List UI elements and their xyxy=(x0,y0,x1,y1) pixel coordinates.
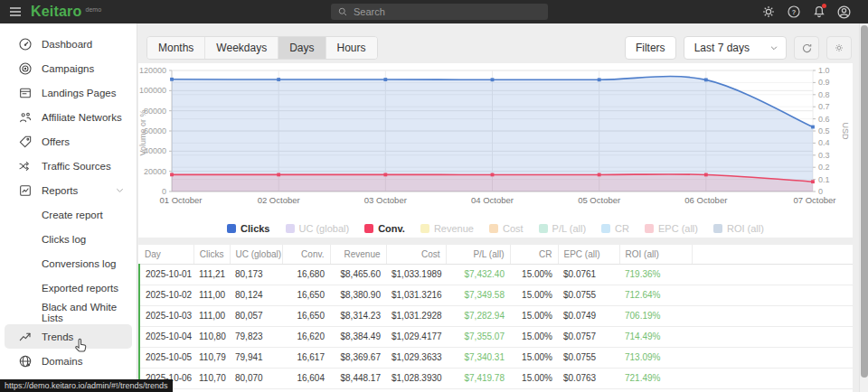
legend-item-uc-global-[interactable]: UC (global) xyxy=(286,223,350,234)
legend-item-epc-all-[interactable]: EPC (all) xyxy=(645,223,698,234)
column-header-roi-all-[interactable]: ROI (all) xyxy=(619,245,692,264)
table-cell: 2025-10-03 xyxy=(139,305,193,326)
tab-hours[interactable]: Hours xyxy=(326,37,377,59)
table-cell: 719.36% xyxy=(619,264,692,285)
chart-legend: ClicksUC (global)Conv.RevenueCostP/L (al… xyxy=(138,223,853,234)
legend-label: ROI (all) xyxy=(727,223,764,234)
legend-item-p-l-all-[interactable]: P/L (all) xyxy=(539,223,587,234)
notifications-bell-icon[interactable] xyxy=(811,5,826,20)
toolbar: MonthsWeekdaysDaysHours Filters Last 7 d… xyxy=(146,36,852,60)
sidebar-item-campaigns[interactable]: Campaigns xyxy=(5,56,132,80)
column-header-cr[interactable]: CR xyxy=(510,245,558,264)
legend-item-clicks[interactable]: Clicks xyxy=(227,223,269,234)
menu-icon[interactable] xyxy=(4,0,27,23)
legend-item-cost[interactable]: Cost xyxy=(489,223,524,234)
table-cell: 64,10 xyxy=(193,388,230,392)
table-cell: 712.64% xyxy=(619,285,692,305)
table-cell: $1,031.2928 xyxy=(386,305,446,326)
table-cell: $0.0761 xyxy=(558,264,619,285)
sidebar-item-trends[interactable]: Trends xyxy=(5,324,132,349)
table-cell: $4,249.67 xyxy=(446,388,510,392)
column-header-conv-[interactable]: Conv. xyxy=(282,245,330,264)
table-cell: 706.19% xyxy=(619,305,692,326)
legend-swatch xyxy=(364,224,373,233)
table-cell: 15.00% xyxy=(510,347,558,368)
sidebar-item-black-and-white-lists[interactable]: Black and White Lists xyxy=(5,300,132,324)
chart-settings-button[interactable] xyxy=(826,36,852,60)
sidebar-item-exported-reports[interactable]: Exported reports xyxy=(5,275,132,300)
legend-label: Revenue xyxy=(434,223,474,234)
table-cell: 16,620 xyxy=(282,326,330,347)
sidebar-item-dashboard[interactable]: Dashboard xyxy=(5,32,132,56)
account-icon[interactable] xyxy=(836,5,852,20)
chevron-down-icon xyxy=(115,185,125,195)
sidebar: DashboardCampaignsLandings PagesAffiliat… xyxy=(0,23,137,392)
table-cell: $8,465.60 xyxy=(330,264,386,285)
help-icon[interactable]: ? xyxy=(786,5,801,20)
table-cell: 110,70 xyxy=(193,368,230,388)
table-cell: $4,842.55 xyxy=(330,388,386,392)
svg-text:06 October: 06 October xyxy=(684,195,727,205)
sidebar-item-conversions-log[interactable]: Conversions log xyxy=(5,251,132,275)
legend-swatch xyxy=(713,224,722,233)
filters-button[interactable]: Filters xyxy=(625,36,676,60)
sidebar-item-traffic-sources[interactable]: Traffic Sources xyxy=(5,154,132,178)
dashboard-gauge-icon xyxy=(17,36,33,51)
sidebar-item-create-report[interactable]: Create report xyxy=(5,202,132,227)
legend-item-roi-all-[interactable]: ROI (all) xyxy=(713,223,764,234)
table-cell: 46,311 xyxy=(230,388,282,392)
table-cell: $0.0757 xyxy=(558,326,619,347)
column-header-clicks[interactable]: Clicks xyxy=(193,245,230,264)
tab-days[interactable]: Days xyxy=(278,37,326,59)
svg-text:0.1: 0.1 xyxy=(818,175,830,184)
trends-arrow-icon xyxy=(17,329,33,344)
table-cell: $7,282.94 xyxy=(446,305,510,326)
sidebar-item-offers[interactable]: Offers xyxy=(5,129,132,154)
legend-label: EPC (all) xyxy=(658,223,698,234)
status-url-tooltip: https://demo.keitaro.io/admin/#!/trends/… xyxy=(0,379,173,392)
search-input[interactable]: Search xyxy=(331,4,548,20)
app-logo[interactable]: Keitaro xyxy=(31,4,82,20)
campaigns-target-icon xyxy=(17,61,33,76)
reports-chart-icon xyxy=(17,182,33,198)
table-cell: $592.8839 xyxy=(386,388,446,392)
column-header-day[interactable]: Day xyxy=(139,245,193,264)
svg-text:0.5: 0.5 xyxy=(818,126,830,135)
trends-chart-card: 02000040000600008000010000012000000.10.2… xyxy=(138,63,853,238)
sidebar-item-affiliate-networks[interactable]: Affiliate Networks xyxy=(5,105,132,129)
column-header-revenue[interactable]: Revenue xyxy=(330,245,386,264)
sidebar-item-reports[interactable]: Reports xyxy=(5,178,132,202)
table-row: 2025-10-06110,7080,07016,604$8,448.17$1,… xyxy=(139,368,853,388)
sidebar-item-label: Offers xyxy=(42,136,70,147)
table-cell: 716.82% xyxy=(619,388,692,392)
scrollbar-thumb[interactable] xyxy=(861,25,868,378)
table-cell: $0.0763 xyxy=(558,368,619,388)
svg-text:03 October: 03 October xyxy=(364,195,407,205)
tab-months[interactable]: Months xyxy=(147,37,205,59)
column-header-p-l-all-[interactable]: P/L (all) xyxy=(446,245,510,264)
column-header-uc-global-[interactable]: UC (global) xyxy=(230,245,282,264)
sidebar-item-clicks-log[interactable]: Clicks log xyxy=(5,227,132,251)
column-header-epc-all-[interactable]: EPC (all) xyxy=(558,245,619,264)
column-header-cost[interactable]: Cost xyxy=(386,245,446,264)
table-cell: 15.00% xyxy=(510,285,558,305)
table-row: 2025-10-03111,0080,05716,650$8,314.23$1,… xyxy=(139,305,853,326)
table-cell: 15.00% xyxy=(510,326,558,347)
refresh-button[interactable] xyxy=(794,36,819,60)
sidebar-item-landings-pages[interactable]: Landings Pages xyxy=(5,80,132,105)
legend-item-revenue[interactable]: Revenue xyxy=(420,223,474,234)
svg-text:02 October: 02 October xyxy=(258,195,300,205)
tab-weekdays[interactable]: Weekdays xyxy=(205,37,278,59)
legend-item-cr[interactable]: CR xyxy=(601,223,629,234)
svg-text:0.3: 0.3 xyxy=(818,151,830,160)
search-placeholder: Search xyxy=(354,6,385,17)
svg-text:0.9: 0.9 xyxy=(818,78,830,87)
legend-swatch xyxy=(601,224,610,233)
date-range-select[interactable]: Last 7 days xyxy=(684,36,787,60)
sidebar-item-label: Black and White Lists xyxy=(42,302,125,323)
table-cell: $7,419.78 xyxy=(446,368,510,388)
legend-item-conv-[interactable]: Conv. xyxy=(364,223,405,234)
settings-gear-icon[interactable] xyxy=(760,5,776,20)
sidebar-item-label: Landings Pages xyxy=(42,88,116,98)
sidebar-item-domains[interactable]: Domains xyxy=(5,349,132,373)
